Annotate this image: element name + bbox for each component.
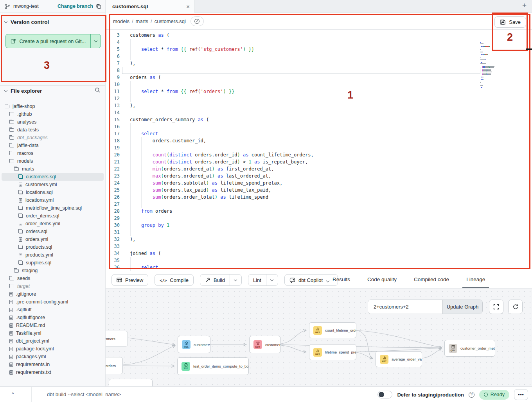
code-line-19[interactable]: 19	[106, 144, 532, 151]
tree-item-jaffle-shop[interactable]: jaffle-shop	[2, 102, 104, 110]
create-pr-button[interactable]: Create a pull request on Git...	[5, 34, 101, 48]
tree-item-analyses[interactable]: analyses	[2, 118, 104, 126]
code-line-33[interactable]: 33	[106, 243, 532, 250]
lineage-node-average-order-value[interactable]: METaverage_order_value	[376, 351, 422, 367]
version-control-header[interactable]: Version control	[5, 19, 49, 25]
code-line-7[interactable]: 7),	[106, 60, 532, 67]
code-line-5[interactable]: 5 select * from {{ ref('stg_customers') …	[106, 46, 532, 53]
tree-item-orders-yml[interactable]: orders.yml	[2, 235, 104, 243]
tree-item-target[interactable]: target	[2, 282, 104, 290]
tree-item-orders-sql[interactable]: orders.sql	[2, 228, 104, 235]
tree-item-models[interactable]: models	[2, 157, 104, 165]
code-editor[interactable]: 2with3customers as (45 select * from {{ …	[106, 30, 532, 272]
tree-item-packages-yml[interactable]: packages.yml	[2, 353, 104, 361]
code-line-34[interactable]: 34joined as (	[106, 250, 532, 257]
code-line-31[interactable]: 31	[106, 229, 532, 236]
close-icon[interactable]: ×	[186, 3, 190, 10]
tab-lineage[interactable]: Lineage	[462, 272, 489, 288]
code-line-32[interactable]: 32),	[106, 236, 532, 243]
code-line-8[interactable]: 8	[106, 67, 532, 74]
search-icon[interactable]	[95, 87, 101, 93]
code-line-3[interactable]: 3customers as (	[106, 32, 532, 39]
code-line-12[interactable]: 12	[106, 95, 532, 102]
tree-item-metricflow-time-spine-sql[interactable]: metricflow_time_spine.sql	[2, 204, 104, 212]
help-icon[interactable]: ?	[469, 392, 474, 398]
code-line-4[interactable]: 4	[106, 39, 532, 46]
tree-item--sqlfluff[interactable]: .sqlfluff	[2, 306, 104, 314]
file-explorer-header[interactable]: File explorer	[5, 88, 42, 94]
code-line-6[interactable]: 6	[106, 53, 532, 60]
code-line-10[interactable]: 10	[106, 81, 532, 88]
tree-item-order-items-sql[interactable]: order_items.sql	[2, 212, 104, 220]
lineage-node-orders[interactable]: MDLorders	[106, 357, 123, 374]
button-main[interactable]: </>Compile	[155, 275, 193, 285]
tree-item-customers-sql[interactable]: customers.sql	[2, 173, 104, 181]
lineage-node-customers[interactable]: SEMcustomers	[249, 336, 281, 353]
code-line-15[interactable]: 15customer_orders_summary as (	[106, 116, 532, 123]
button-main[interactable]: Preview	[112, 275, 148, 285]
tab-customers-sql[interactable]: customers.sql ×	[106, 0, 195, 13]
tree-item-data-tests[interactable]: data-tests	[2, 126, 104, 134]
button-main[interactable]: Build	[200, 275, 230, 285]
copilot-compass-button[interactable]	[191, 16, 204, 26]
code-line-11[interactable]: 11 select * from {{ ref('orders') }}	[106, 88, 532, 95]
code-line-25[interactable]: 25 sum(orders.tax_paid) as lifetime_tax_…	[106, 187, 532, 194]
tree-item--github[interactable]: .github	[2, 110, 104, 118]
lineage-node-lifetime-spend-pretax[interactable]: METlifetime_spend_pretax	[309, 344, 356, 360]
lineage-node-customers[interactable]: MDLcustomers	[178, 336, 210, 353]
update-graph-button[interactable]: Update Graph	[442, 300, 482, 314]
tree-item-dbt-packages[interactable]: dbt_packages	[2, 134, 104, 142]
tree-item-requirements-in[interactable]: requirements.in	[2, 361, 104, 368]
tree-item-dbt-project-yml[interactable]: dbt_project.yml	[2, 337, 104, 345]
breadcrumb-segment[interactable]: customers.sql	[155, 18, 186, 24]
lineage-node-count-lifetime-orders[interactable]: METcount_lifetime_orders	[309, 322, 356, 338]
code-line-35[interactable]: 35	[106, 257, 532, 264]
tree-item-seeds[interactable]: seeds	[2, 275, 104, 282]
tree-item-jaffle-data[interactable]: jaffle-data	[2, 142, 104, 149]
breadcrumb-segment[interactable]: marts	[136, 18, 149, 24]
preview-button[interactable]: Preview	[111, 274, 148, 286]
change-branch-link[interactable]: Change branch	[58, 4, 93, 9]
code-line-13[interactable]: 13),	[106, 102, 532, 109]
breadcrumb-segment[interactable]: models	[113, 18, 129, 24]
copy-icon[interactable]	[96, 4, 101, 9]
tab-code-quality[interactable]: Code quality	[363, 272, 401, 288]
code-line-9[interactable]: 9orders as (	[106, 74, 532, 81]
tree-item-package-lock-yml[interactable]: package-lock.yml	[2, 345, 104, 353]
code-line-24[interactable]: 24 sum(orders.subtotal) as lifetime_spen…	[106, 179, 532, 187]
tree-item-readme-md[interactable]: README.md	[2, 321, 104, 329]
tree-item--gitignore[interactable]: .gitignore	[2, 290, 104, 298]
tree-item-products-sql[interactable]: products.sql	[2, 243, 104, 251]
tree-item-supplies-sql[interactable]: supplies.sql	[2, 259, 104, 267]
lineage-node-clipped[interactable]	[109, 379, 153, 386]
dropdown-toggle[interactable]	[230, 275, 241, 285]
expand-caret[interactable]: ^	[12, 391, 14, 397]
code-line-26[interactable]: 26 sum(orders.order_total) as lifetime_s…	[106, 194, 532, 201]
fullscreen-button[interactable]	[489, 300, 503, 314]
save-button[interactable]: Save	[494, 16, 526, 28]
compile-button[interactable]: </>Compile	[155, 274, 194, 286]
more-options-button[interactable]: •••	[514, 389, 528, 400]
tree-item-staging[interactable]: staging	[2, 267, 104, 275]
code-line-21[interactable]: 21 count(distinct orders.order_id) > 1 a…	[106, 158, 532, 165]
lineage-node-stg-customers[interactable]: MDLstg_customers	[106, 331, 128, 346]
code-line-27[interactable]: 27	[106, 201, 532, 208]
tree-item-locations-sql[interactable]: locations.sql	[2, 188, 104, 196]
code-line-14[interactable]: 14	[106, 109, 532, 116]
tree-item-taskfile-yml[interactable]: Taskfile.yml	[2, 329, 104, 337]
lineage-node-customer-order-metrics[interactable]: QRYcustomer_order_metrics	[444, 340, 495, 357]
new-tab-button[interactable]: +	[522, 1, 527, 10]
code-line-30[interactable]: 30 group by 1	[106, 222, 532, 229]
refresh-icon[interactable]	[508, 300, 523, 314]
tree-item--pre-commit-config-yaml[interactable]: .pre-commit-config.yaml	[2, 298, 104, 306]
code-line-20[interactable]: 20 count(distinct orders.order_id) as co…	[106, 151, 532, 158]
command-input[interactable]: dbt build --select <model_name>	[47, 391, 121, 397]
tree-item--sqlfluffignore[interactable]: .sqlfluffignore	[2, 314, 104, 321]
lineage-node-test-order-items-compute-to-bools-[interactable]: TSTtest_order_items_compute_to_bools...	[177, 357, 249, 375]
code-line-29[interactable]: 29	[106, 215, 532, 222]
dropdown-toggle[interactable]	[266, 275, 278, 285]
code-line-18[interactable]: 18 orders.customer_id,	[106, 137, 532, 144]
tree-item-products-yml[interactable]: products.yml	[2, 251, 104, 259]
tree-item-requirements-txt[interactable]: requirements.txt	[2, 368, 104, 376]
tab-compiled-code[interactable]: Compiled code	[410, 272, 453, 288]
